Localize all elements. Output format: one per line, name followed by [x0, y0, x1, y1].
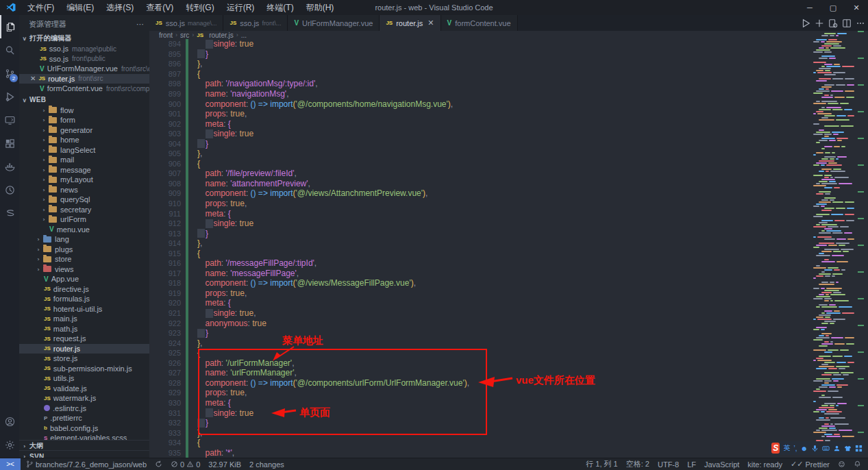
activity-remote-explorer-icon[interactable] [0, 108, 19, 132]
prettier-status[interactable]: ✓✓Prettier [791, 460, 830, 469]
tree-item-lang[interactable]: ›lang [19, 234, 149, 245]
tree-item-store.js[interactable]: JSstore.js [19, 354, 149, 364]
explorer-more-actions[interactable]: ⋯ [136, 20, 144, 29]
ime-punct-mode[interactable]: ’, [793, 445, 797, 452]
code-line-894[interactable]: 894single: true [149, 39, 868, 49]
ime-toolbar[interactable]: S 英 ’, ☻ [769, 441, 865, 455]
code-line-923[interactable]: 923} [149, 328, 868, 338]
tree-item-menu.vue[interactable]: Vmenu.vue [19, 225, 149, 235]
menu-h[interactable]: 帮助(H) [301, 1, 340, 15]
tree-item-math.js[interactable]: JSmath.js [19, 324, 149, 334]
code-line-906[interactable]: 906{ [149, 159, 868, 169]
open-editor-formContent.vue[interactable]: VformContent.vuefront\src\componen... [19, 84, 149, 94]
tree-item-querySql[interactable]: ›querySql [19, 195, 149, 205]
code-line-918[interactable]: 918component: () => import('@/views/Mess… [149, 278, 868, 288]
tree-item-mail[interactable]: ›mail [19, 155, 149, 165]
code-line-924[interactable]: 924}, [149, 338, 868, 348]
breadcrumb-item-src[interactable]: src [180, 32, 189, 39]
code-line-916[interactable]: 916path: '/messageFillPage/:tipId', [149, 258, 868, 269]
tree-item-flow[interactable]: ›flow [19, 106, 149, 116]
code-line-904[interactable]: 904} [149, 138, 868, 149]
close-button[interactable]: ✕ [845, 0, 868, 15]
emoji-icon[interactable]: ☻ [800, 445, 808, 452]
open-editor-UrlFormManager.vue[interactable]: VUrlFormManager.vuefront\src\comp... [19, 64, 149, 74]
activity-extensions-icon[interactable] [0, 132, 19, 155]
code-editor[interactable]: 894single: true895}896},897{898path: '/n… [149, 39, 868, 458]
code-line-905[interactable]: 905}, [149, 149, 868, 159]
code-line-920[interactable]: 920meta: { [149, 298, 868, 308]
breadcrumb[interactable]: front›src›JSrouter.js›... [149, 31, 868, 39]
code-line-930[interactable]: 930meta: { [149, 398, 868, 408]
run-icon[interactable] [801, 18, 810, 28]
tab-UrlFormManager.vue[interactable]: VUrlFormManager.vue [288, 15, 380, 31]
code-line-897[interactable]: 897{ [149, 69, 868, 79]
code-line-927[interactable]: 927name: 'urlFormManager', [149, 368, 868, 378]
open-changes-icon[interactable] [828, 18, 838, 28]
code-line-898[interactable]: 898path: '/navigationMsg/:type/:id', [149, 79, 868, 89]
code-line-911[interactable]: 911meta: { [149, 208, 868, 219]
kite-status[interactable]: kite: ready [747, 460, 782, 469]
tree-item-urlForm[interactable]: ›urlForm [19, 214, 149, 225]
code-line-931[interactable]: 931single: true [149, 408, 868, 418]
svn-section[interactable]: ›SVN [19, 450, 149, 458]
menu-s[interactable]: 选择(S) [101, 1, 139, 15]
minimize-button[interactable]: ─ [798, 0, 821, 15]
tab-sso.js[interactable]: JSsso.jsmanage\... [149, 15, 223, 31]
feedback-icon[interactable] [838, 460, 845, 468]
tree-item-plugs[interactable]: ›plugs [19, 245, 149, 255]
close-icon[interactable]: ✕ [30, 75, 36, 82]
maximize-button[interactable]: ▢ [821, 0, 845, 15]
code-line-900[interactable]: 900component: () => import('@/components… [149, 99, 868, 109]
tree-item-validate.js[interactable]: JSvalidate.js [19, 384, 149, 394]
menu-r[interactable]: 运行(R) [221, 1, 260, 15]
code-line-913[interactable]: 913} [149, 228, 868, 238]
code-line-910[interactable]: 910props: true, [149, 199, 868, 209]
plus-icon[interactable] [815, 18, 824, 28]
code-line-907[interactable]: 907path: '/file/preview/:fileId', [149, 169, 868, 179]
sync-status[interactable] [155, 460, 162, 468]
tab-router.js[interactable]: JSrouter.js✕ [380, 15, 441, 31]
tree-item-form[interactable]: ›form [19, 115, 149, 125]
breadcrumb-item-router.js[interactable]: router.js [209, 32, 234, 39]
cursor-position[interactable]: 行 1, 列 1 [586, 459, 617, 469]
tree-item-App.vue[interactable]: VApp.vue [19, 274, 149, 284]
tree-item-secretary[interactable]: ›secretary [19, 205, 149, 215]
tree-item-.eslintrc.js[interactable]: .eslintrc.js [19, 404, 149, 414]
problems-status[interactable]: 0 0 [171, 460, 200, 469]
code-line-912[interactable]: 912single: true [149, 219, 868, 229]
sogou-logo-icon[interactable]: S [771, 443, 780, 454]
toolbox-person-icon[interactable] [833, 445, 841, 452]
activity-clock-icon[interactable] [0, 178, 19, 201]
code-line-915[interactable]: 915{ [149, 248, 868, 258]
breadcrumb-item-front[interactable]: front [159, 32, 173, 39]
tree-item-langSelect[interactable]: ›langSelect [19, 145, 149, 156]
tree-item-myLayout[interactable]: ›myLayout [19, 175, 149, 185]
open-editors-section[interactable]: ∨打开的编辑器 [19, 33, 149, 44]
tree-item-watermark.js[interactable]: JSwatermark.js [19, 393, 149, 404]
code-line-901[interactable]: 901props: true, [149, 109, 868, 119]
tree-item-message[interactable]: ›message [19, 165, 149, 175]
language-mode[interactable]: JavaScript [704, 460, 739, 469]
code-line-908[interactable]: 908name: 'attanchmentPreview', [149, 179, 868, 189]
tab-formContent.vue[interactable]: VformContent.vue [441, 15, 518, 31]
menu-v[interactable]: 查看(V) [140, 1, 179, 15]
indentation-status[interactable]: 空格: 2 [626, 459, 649, 469]
code-line-934[interactable]: 934{ [149, 438, 868, 448]
menu-g[interactable]: 转到(G) [180, 1, 219, 15]
breadcrumb-item-...[interactable]: ... [241, 32, 247, 39]
activity-search-icon[interactable] [0, 38, 19, 62]
tab-sso.js[interactable]: JSsso.jsfront\... [223, 15, 288, 31]
open-editor-sso.js[interactable]: JSsso.jsmanage\public [19, 44, 149, 54]
code-line-933[interactable]: 933}, [149, 428, 868, 438]
activity-settings-icon[interactable] [0, 433, 19, 456]
remote-indicator[interactable]: >< [0, 458, 21, 470]
tree-item-babel.config.js[interactable]: bbabel.config.js [19, 423, 149, 434]
tree-item-news[interactable]: ›news [19, 185, 149, 195]
code-line-925[interactable]: 925{ [149, 348, 868, 358]
code-line-935[interactable]: 935path: '*', [149, 447, 868, 458]
code-line-919[interactable]: 919props: true, [149, 288, 868, 299]
skin-icon[interactable] [844, 445, 852, 452]
encoding-status[interactable]: UTF-8 [658, 460, 679, 469]
code-line-917[interactable]: 917name: 'messageFillPage', [149, 269, 868, 279]
tree-item-sub-permission-mixin.js[interactable]: JSsub-permission-mixin.js [19, 364, 149, 374]
